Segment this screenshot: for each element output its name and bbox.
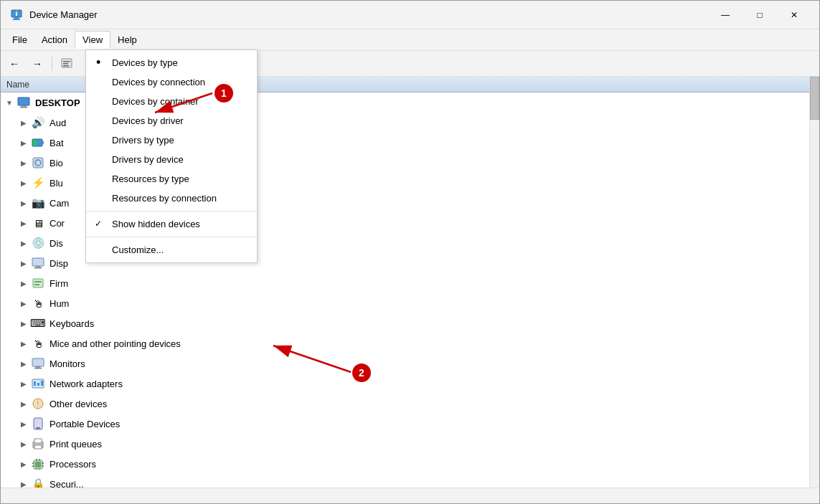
menu-drivers-by-device[interactable]: Drivers by device	[86, 150, 257, 169]
svg-rect-45	[42, 462, 44, 464]
tree-item-print[interactable]: ▶ Print queues	[1, 434, 809, 454]
back-button[interactable]: ←	[4, 54, 25, 74]
menu-devices-by-connection[interactable]: Devices by connection	[86, 72, 257, 92]
svg-rect-22	[34, 284, 39, 285]
tree-item-mice[interactable]: ▶ 🖱 Mice and other pointing devices	[1, 333, 809, 353]
hid-expander[interactable]: ▶	[18, 298, 29, 309]
audio-label: Aud	[50, 118, 66, 128]
properties-button[interactable]	[56, 54, 77, 74]
cam-expander[interactable]: ▶	[18, 197, 29, 209]
disk-icon: 💿	[31, 236, 45, 250]
other-label: Other devices	[50, 399, 107, 409]
processors-icon	[31, 457, 45, 471]
menu-devices-by-driver[interactable]: Devices by driver	[86, 111, 257, 130]
portable-expander[interactable]: ▶	[18, 418, 29, 429]
svg-rect-17	[32, 258, 44, 266]
keyboards-expander[interactable]: ▶	[18, 318, 29, 329]
hid-icon: 🖱	[31, 296, 45, 310]
menu-devices-by-container[interactable]: Devices by container	[86, 92, 257, 111]
menu-bar: File Action View Help Devices by type De…	[1, 29, 819, 51]
svg-rect-20	[33, 279, 43, 287]
menu-help[interactable]: Help	[110, 32, 144, 48]
svg-rect-39	[36, 459, 37, 461]
disk-label: Dis	[50, 238, 63, 249]
tree-item-monitors[interactable]: ▶ Monitors	[1, 353, 809, 374]
menu-devices-by-type[interactable]: Devices by type	[86, 53, 257, 72]
svg-rect-18	[36, 266, 40, 267]
mice-expander[interactable]: ▶	[18, 338, 29, 349]
cor-expander[interactable]: ▶	[18, 217, 29, 229]
firm-expander[interactable]: ▶	[18, 277, 29, 289]
svg-rect-46	[42, 465, 44, 467]
window-title: Device Manager	[29, 9, 709, 20]
svg-rect-44	[32, 465, 34, 467]
audio-expander[interactable]: ▶	[18, 117, 29, 128]
menu-show-hidden-devices[interactable]: Show hidden devices	[86, 214, 257, 234]
tree-item-processors[interactable]: ▶ Processors	[1, 454, 809, 474]
menu-resources-by-connection[interactable]: Resources by connection	[86, 189, 257, 208]
menu-resources-by-type[interactable]: Resources by type	[86, 169, 257, 189]
display-icon	[31, 256, 45, 270]
svg-rect-13	[42, 141, 44, 144]
disk-expander[interactable]: ▶	[18, 237, 29, 249]
column-name-header: Name	[6, 80, 29, 90]
toolbar-separator	[52, 57, 52, 71]
svg-rect-2	[13, 19, 20, 20]
portable-label: Portable Devices	[50, 419, 120, 429]
vertical-scrollbar[interactable]	[809, 77, 819, 488]
processors-label: Processors	[50, 459, 96, 470]
menu-action[interactable]: Action	[34, 32, 75, 48]
svg-rect-1	[14, 17, 19, 19]
tree-item-other[interactable]: ▶ ! Other devices	[1, 394, 809, 414]
tree-item-firmware[interactable]: ▶ Firm	[1, 273, 809, 293]
svg-rect-33	[36, 427, 40, 429]
mice-icon: 🖱	[31, 336, 45, 351]
tree-item-keyboards[interactable]: ▶ ⌨ Keyboards	[1, 313, 809, 333]
menu-drivers-by-type[interactable]: Drivers by type	[86, 130, 257, 150]
processors-expander[interactable]: ▶	[18, 458, 29, 470]
network-label: Network adapters	[50, 379, 123, 389]
bluetooth-label: Blu	[50, 178, 63, 189]
security-label: Securi...	[50, 479, 84, 488]
view-dropdown: Devices by type Devices by connection De…	[85, 49, 258, 263]
display-expander[interactable]: ▶	[18, 257, 29, 269]
tree-item-portable[interactable]: ▶ Portable Devices	[1, 414, 809, 434]
other-expander[interactable]: ▶	[18, 398, 29, 409]
status-bar	[1, 488, 819, 503]
svg-rect-14	[33, 140, 37, 146]
computer-icon	[17, 95, 31, 110]
battery-expander[interactable]: ▶	[18, 137, 29, 148]
tree-item-security[interactable]: ▶ 🔒 Securi...	[1, 474, 809, 488]
svg-rect-11	[20, 107, 27, 108]
network-expander[interactable]: ▶	[18, 378, 29, 389]
svg-rect-15	[33, 158, 43, 168]
monitors-icon	[31, 356, 45, 371]
tree-item-network[interactable]: ▶ Network adapters	[1, 374, 809, 394]
close-button[interactable]: ✕	[778, 4, 811, 27]
security-expander[interactable]: ▶	[18, 478, 29, 488]
tree-item-hid[interactable]: ▶ 🖱 Hum	[1, 293, 809, 313]
root-expander[interactable]: ▼	[4, 97, 15, 108]
forward-button[interactable]: →	[27, 54, 48, 74]
menu-file[interactable]: File	[5, 32, 34, 48]
svg-rect-27	[34, 381, 36, 386]
svg-rect-36	[34, 445, 42, 449]
bluetooth-expander[interactable]: ▶	[18, 177, 29, 189]
menu-customize[interactable]: Customize...	[86, 240, 257, 260]
minimize-button[interactable]: —	[709, 4, 742, 27]
monitors-expander[interactable]: ▶	[18, 358, 29, 369]
bio-expander[interactable]: ▶	[18, 157, 29, 168]
svg-rect-40	[39, 459, 40, 461]
monitors-label: Monitors	[50, 358, 85, 369]
display-label: Disp	[50, 258, 68, 269]
cameras-label: Cam	[50, 198, 69, 209]
menu-view[interactable]: View	[75, 31, 110, 49]
svg-rect-10	[22, 105, 26, 107]
scrollbar-thumb[interactable]	[810, 77, 819, 120]
svg-rect-38	[35, 462, 41, 467]
title-bar-controls: — □ ✕	[709, 4, 811, 27]
firmware-label: Firm	[50, 278, 68, 289]
print-expander[interactable]: ▶	[18, 438, 29, 450]
svg-rect-24	[36, 366, 40, 368]
restore-button[interactable]: □	[743, 4, 776, 27]
